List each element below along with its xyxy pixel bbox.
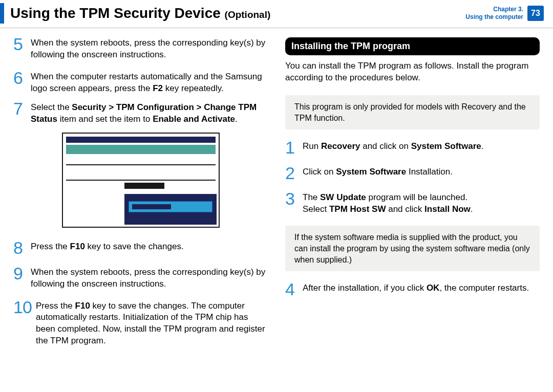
title-optional: (Optional) xyxy=(225,9,271,20)
step-body: Run Recovery and click on System Softwar… xyxy=(303,141,540,156)
step-1: 1 Run Recovery and click on System Softw… xyxy=(285,141,540,156)
step-number: 7 xyxy=(13,100,31,125)
step-body: Press the F10 key to save the changes. xyxy=(31,241,268,256)
fig-label-block xyxy=(124,183,164,189)
step-number: 4 xyxy=(285,280,303,298)
content-columns: 5 When the system reboots, press the cor… xyxy=(0,37,553,357)
step-2: 2 Click on System Software Installation. xyxy=(285,166,540,182)
title-main: Using the TPM Security Device xyxy=(10,5,221,21)
header-divider xyxy=(0,28,553,28)
step-10: 10 Press the F10 key to save the changes… xyxy=(13,300,268,347)
step-5: 5 When the system reboots, press the cor… xyxy=(13,37,268,61)
step-body: When the computer restarts automatically… xyxy=(31,71,268,95)
chapter-line2: Using the computer xyxy=(465,13,523,21)
step-number: 6 xyxy=(13,69,31,95)
step-7: 7 Select the Security > TPM Configuratio… xyxy=(13,102,268,125)
fig-selected-text xyxy=(132,204,171,209)
fig-line xyxy=(66,164,216,165)
step-body: When the system reboots, press the corre… xyxy=(31,37,268,61)
step-number: 1 xyxy=(285,139,303,156)
page-number: 73 xyxy=(527,6,544,21)
chapter-line1: Chapter 3. xyxy=(465,6,523,13)
step-number: 3 xyxy=(285,190,303,215)
section-intro: You can install the TPM program as follo… xyxy=(285,60,540,84)
step-number: 5 xyxy=(13,35,31,61)
step-body: Select the Security > TPM Configuration … xyxy=(31,102,268,125)
bios-screenshot-illustration xyxy=(62,133,220,228)
step-number: 9 xyxy=(13,265,31,290)
left-column: 5 When the system reboots, press the cor… xyxy=(13,37,268,357)
step-3: 3 The SW Update program will be launched… xyxy=(285,192,540,215)
fig-menu-bar xyxy=(66,145,216,154)
step-body: Click on System Software Installation. xyxy=(303,166,540,182)
step-number: 10 xyxy=(13,298,36,347)
step-4: 4 After the installation, if you click O… xyxy=(285,282,540,298)
right-column: Installing the TPM program You can insta… xyxy=(285,37,540,357)
step-9: 9 When the system reboots, press the cor… xyxy=(13,267,268,290)
step-8: 8 Press the F10 key to save the changes. xyxy=(13,241,268,256)
step-number: 8 xyxy=(13,239,31,256)
figure-wrapper xyxy=(13,133,268,228)
step-body: After the installation, if you click OK,… xyxy=(303,282,540,298)
note-box: If the system software media is supplied… xyxy=(285,226,540,271)
page-header: Using the TPM Security Device (Optional)… xyxy=(0,0,553,28)
step-body: When the system reboots, press the corre… xyxy=(31,267,268,290)
step-body: The SW Update program will be launched. … xyxy=(303,192,540,215)
fig-selected-option xyxy=(129,201,212,212)
page-title: Using the TPM Security Device (Optional) xyxy=(10,4,465,23)
section-heading: Installing the TPM program xyxy=(285,37,540,55)
note-box: This program is only provided for models… xyxy=(285,95,540,129)
step-number: 2 xyxy=(285,164,303,182)
step-body: Press the F10 key to save the changes. T… xyxy=(36,300,268,347)
step-6: 6 When the computer restarts automatical… xyxy=(13,71,268,95)
fig-line xyxy=(66,180,216,181)
chapter-label: Chapter 3. Using the computer xyxy=(465,6,523,21)
header-accent xyxy=(0,3,4,24)
fig-title-bar xyxy=(66,137,216,143)
